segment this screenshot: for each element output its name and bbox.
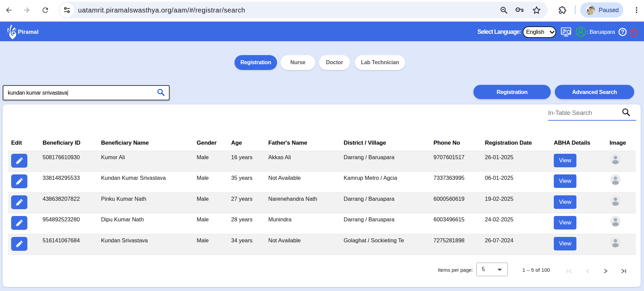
svg-text:?: ? — [621, 29, 624, 35]
